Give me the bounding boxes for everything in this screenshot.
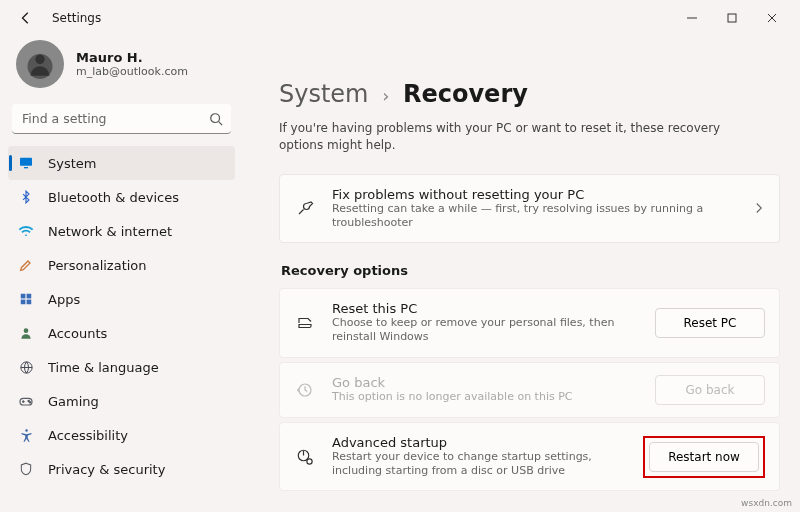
sidebar-item-privacy-security[interactable]: Privacy & security — [8, 452, 235, 486]
sidebar-item-label: Accounts — [48, 326, 107, 341]
svg-rect-5 — [20, 158, 32, 166]
breadcrumb: System › Recovery — [279, 80, 780, 108]
restart-now-button[interactable]: Restart now — [649, 442, 759, 472]
maximize-button[interactable] — [712, 0, 752, 36]
main-panel: System › Recovery If you're having probl… — [243, 36, 800, 512]
highlight-box: Restart now — [643, 436, 765, 478]
reset-pc-card: Reset this PC Choose to keep or remove y… — [279, 288, 780, 358]
svg-point-15 — [29, 402, 30, 403]
svg-point-3 — [211, 114, 220, 123]
sidebar-item-label: Network & internet — [48, 224, 172, 239]
reset-desc: Choose to keep or remove your personal f… — [332, 316, 639, 345]
sidebar-item-label: Accessibility — [48, 428, 128, 443]
monitor-icon — [18, 155, 34, 171]
sidebar-item-accounts[interactable]: Accounts — [8, 316, 235, 350]
bluetooth-icon — [18, 189, 34, 205]
profile-block[interactable]: Mauro H. m_lab@outlook.com — [8, 36, 235, 104]
troubleshoot-card[interactable]: Fix problems without resetting your PC R… — [279, 174, 780, 244]
power-gear-icon — [294, 448, 316, 466]
grid-icon — [18, 291, 34, 307]
person-icon — [18, 325, 34, 341]
chevron-right-icon: › — [382, 85, 389, 106]
sidebar-item-label: Gaming — [48, 394, 99, 409]
sidebar-item-label: Bluetooth & devices — [48, 190, 179, 205]
sidebar-item-label: Time & language — [48, 360, 159, 375]
go-back-card: Go back This option is no longer availab… — [279, 362, 780, 418]
back-button[interactable] — [8, 0, 44, 36]
goback-title: Go back — [332, 375, 639, 390]
sidebar-item-label: Personalization — [48, 258, 147, 273]
sidebar-item-network-internet[interactable]: Network & internet — [8, 214, 235, 248]
search-input[interactable] — [12, 104, 231, 134]
go-back-button: Go back — [655, 375, 765, 405]
search-icon — [209, 111, 223, 130]
breadcrumb-current: Recovery — [403, 80, 528, 108]
svg-rect-7 — [21, 294, 26, 299]
sidebar-item-label: Apps — [48, 292, 80, 307]
breadcrumb-parent[interactable]: System — [279, 80, 369, 108]
svg-point-11 — [24, 328, 29, 333]
svg-rect-6 — [24, 167, 28, 168]
history-icon — [294, 381, 316, 399]
svg-point-2 — [35, 55, 44, 64]
wifi-icon — [18, 223, 34, 239]
window-controls — [672, 0, 792, 36]
profile-email: m_lab@outlook.com — [76, 65, 188, 78]
sidebar-item-accessibility[interactable]: Accessibility — [8, 418, 235, 452]
svg-line-4 — [219, 122, 223, 126]
search-box — [12, 104, 231, 134]
shield-icon — [18, 461, 34, 477]
close-button[interactable] — [752, 0, 792, 36]
profile-name: Mauro H. — [76, 50, 188, 65]
sidebar-item-gaming[interactable]: Gaming — [8, 384, 235, 418]
svg-point-19 — [307, 458, 312, 463]
reset-icon — [294, 314, 316, 332]
sidebar-item-label: Privacy & security — [48, 462, 165, 477]
section-label: Recovery options — [281, 263, 780, 278]
chevron-right-icon — [753, 199, 765, 218]
sidebar-item-time-language[interactable]: Time & language — [8, 350, 235, 384]
adv-desc: Restart your device to change startup se… — [332, 450, 627, 479]
sidebar-item-system[interactable]: System — [8, 146, 235, 180]
attribution: wsxdn.com — [741, 498, 792, 508]
sidebar-item-personalization[interactable]: Personalization — [8, 248, 235, 282]
sidebar: Mauro H. m_lab@outlook.com SystemBluetoo… — [0, 36, 243, 512]
sidebar-item-apps[interactable]: Apps — [8, 282, 235, 316]
troubleshoot-desc: Resetting can take a while — first, try … — [332, 202, 737, 231]
sidebar-item-bluetooth-devices[interactable]: Bluetooth & devices — [8, 180, 235, 214]
svg-rect-8 — [27, 294, 32, 299]
avatar — [16, 40, 64, 88]
globe-icon — [18, 359, 34, 375]
reset-pc-button[interactable]: Reset PC — [655, 308, 765, 338]
svg-point-16 — [25, 429, 28, 432]
svg-rect-10 — [27, 300, 32, 305]
svg-rect-9 — [21, 300, 26, 305]
titlebar: Settings — [0, 0, 800, 36]
accessibility-icon — [18, 427, 34, 443]
window-title: Settings — [52, 11, 101, 25]
brush-icon — [18, 257, 34, 273]
nav-list: SystemBluetooth & devicesNetwork & inter… — [8, 146, 235, 504]
troubleshoot-title: Fix problems without resetting your PC — [332, 187, 737, 202]
gamepad-icon — [18, 393, 34, 409]
intro-text: If you're having problems with your PC o… — [279, 120, 759, 154]
goback-desc: This option is no longer available on th… — [332, 390, 639, 404]
advanced-startup-card: Advanced startup Restart your device to … — [279, 422, 780, 492]
sidebar-item-label: System — [48, 156, 96, 171]
reset-title: Reset this PC — [332, 301, 639, 316]
minimize-button[interactable] — [672, 0, 712, 36]
wrench-icon — [294, 199, 316, 217]
adv-title: Advanced startup — [332, 435, 627, 450]
svg-rect-1 — [728, 14, 736, 22]
